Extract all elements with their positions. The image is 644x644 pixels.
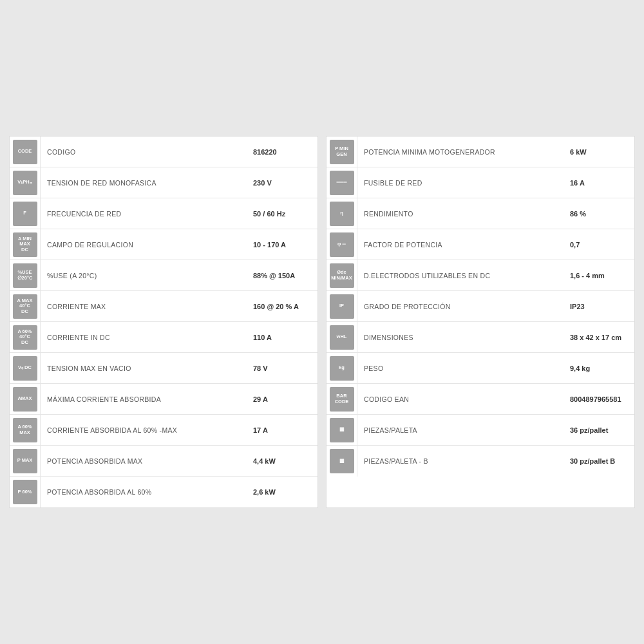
icon-box: AMAX	[13, 387, 37, 412]
icon-box: A 60% 40°C DC	[13, 325, 37, 350]
label-cell: PESO	[357, 353, 564, 383]
icon-cell: η	[327, 198, 357, 229]
value-cell: 6 kW	[564, 137, 634, 167]
value-cell: 1,6 - 4 mm	[564, 260, 634, 290]
label-cell: CODIGO	[41, 137, 247, 167]
label-cell: CAMPO DE REGULACION	[41, 229, 247, 260]
table-row: BAR CODECODIGO EAN8004897965581	[327, 384, 634, 415]
value-cell: 36 pz/pallet	[564, 415, 634, 445]
table-row: P MAXPOTENCIA ABSORBIDA MAX4,4 kW	[10, 446, 317, 477]
icon-cell: ▦	[327, 415, 357, 445]
value-cell: 0,7	[564, 229, 634, 260]
table-row: A MAX 40°C DCCORRIENTE MAX160 @ 20 % A	[10, 291, 317, 322]
icon-box: A 60% MAX	[13, 418, 37, 442]
icon-cell: A MAX 40°C DC	[10, 291, 41, 321]
table-row: ▦PIEZAS/PALETA - B30 pz/pallet B	[327, 446, 634, 477]
table-row: P MIN GENPOTENCIA MINIMA MOTOGENERADOR6 …	[327, 137, 634, 167]
icon-box: IP	[330, 294, 354, 319]
icon-box: ▦	[330, 449, 354, 473]
left-panel: CODECODIGO816220V₁PH₌TENSION DE RED MONO…	[9, 136, 318, 508]
label-cell: GRADO DE PROTECCIÓN	[357, 291, 564, 321]
icon-cell: P 60%	[10, 477, 41, 507]
icon-box: P MIN GEN	[330, 140, 354, 164]
icon-cell: F	[10, 198, 41, 229]
icon-cell: P MIN GEN	[327, 137, 357, 167]
label-cell: MÁXIMA CORRIENTE ABSORBIDA	[41, 384, 247, 414]
value-cell: 9,4 kg	[564, 353, 634, 383]
icon-box: V₀ DC	[13, 356, 37, 381]
table-row: kgPESO9,4 kg	[327, 353, 634, 384]
label-cell: FACTOR DE POTENCIA	[357, 229, 564, 260]
icon-box: A MAX 40°C DC	[13, 294, 37, 319]
icon-cell: A MIN MAX DC	[10, 229, 41, 260]
icon-cell: kg	[327, 353, 357, 383]
label-cell: PIEZAS/PALETA - B	[357, 446, 564, 477]
label-cell: CODIGO EAN	[357, 384, 564, 414]
icon-cell: %USE ∅20°C	[10, 260, 41, 290]
value-cell: 2,6 kW	[247, 477, 317, 507]
icon-cell: IP	[327, 291, 357, 321]
label-cell: %USE (A 20°C)	[41, 260, 247, 290]
label-cell: D.ELECTRODOS UTILIZABLES EN DC	[357, 260, 564, 290]
value-cell: 160 @ 20 % A	[247, 291, 317, 321]
label-cell: POTENCIA MINIMA MOTOGENERADOR	[357, 137, 564, 167]
icon-box: ═══	[330, 171, 354, 195]
label-cell: CORRIENTE MAX	[41, 291, 247, 321]
label-cell: RENDIMIENTO	[357, 198, 564, 229]
table-row: A 60% MAXCORRIENTE ABSORBIDA AL 60% -MAX…	[10, 415, 317, 446]
icon-cell: AMAX	[10, 384, 41, 414]
label-cell: TENSION DE RED MONOFASICA	[41, 167, 247, 198]
icon-cell: A 60% MAX	[10, 415, 41, 445]
value-cell: 816220	[247, 137, 317, 167]
value-cell: 110 A	[247, 322, 317, 352]
table-row: Ødc MIN/MAXD.ELECTRODOS UTILIZABLES EN D…	[327, 260, 634, 291]
icon-cell: wHL	[327, 322, 357, 352]
table-row: wHLDIMENSIONES38 x 42 x 17 cm	[327, 322, 634, 353]
icon-cell: CODE	[10, 137, 41, 167]
label-cell: PIEZAS/PALETA	[357, 415, 564, 445]
icon-box: %USE ∅20°C	[13, 263, 37, 288]
icon-cell: ▦	[327, 446, 357, 477]
label-cell: DIMENSIONES	[357, 322, 564, 352]
icon-cell: ═══	[327, 167, 357, 198]
right-panel: P MIN GENPOTENCIA MINIMA MOTOGENERADOR6 …	[326, 136, 635, 508]
table-row: A MIN MAX DCCAMPO DE REGULACION10 - 170 …	[10, 229, 317, 260]
label-cell: TENSION MAX EN VACIO	[41, 353, 247, 383]
icon-box: η	[330, 202, 354, 226]
icon-cell: Ødc MIN/MAX	[327, 260, 357, 290]
value-cell: 4,4 kW	[247, 446, 317, 476]
icon-box: A MIN MAX DC	[13, 232, 37, 257]
table-row: AMAXMÁXIMA CORRIENTE ABSORBIDA29 A	[10, 384, 317, 415]
value-cell: 38 x 42 x 17 cm	[564, 322, 634, 352]
main-container: CODECODIGO816220V₁PH₌TENSION DE RED MONO…	[0, 110, 644, 534]
value-cell: 86 %	[564, 198, 634, 229]
label-cell: POTENCIA ABSORBIDA AL 60%	[41, 477, 247, 507]
icon-cell: V₁PH₌	[10, 167, 41, 198]
table-row: V₀ DCTENSION MAX EN VACIO78 V	[10, 353, 317, 384]
label-cell: CORRIENTE ABSORBIDA AL 60% -MAX	[41, 415, 247, 445]
icon-cell: φ ═	[327, 229, 357, 260]
table-row: CODECODIGO816220	[10, 137, 317, 167]
icon-cell: BAR CODE	[327, 384, 357, 414]
table-row: φ ═FACTOR DE POTENCIA0,7	[327, 229, 634, 260]
icon-box: φ ═	[330, 232, 354, 257]
table-row: ηRENDIMIENTO86 %	[327, 198, 634, 229]
value-cell: 88% @ 150A	[247, 260, 317, 290]
icon-box: V₁PH₌	[13, 171, 37, 195]
value-cell: IP23	[564, 291, 634, 321]
icon-box: CODE	[13, 140, 37, 164]
value-cell: 29 A	[247, 384, 317, 414]
table-row: V₁PH₌TENSION DE RED MONOFASICA230 V	[10, 167, 317, 198]
value-cell: 78 V	[247, 353, 317, 383]
value-cell: 10 - 170 A	[247, 229, 317, 260]
icon-box: kg	[330, 356, 354, 381]
value-cell: 17 A	[247, 415, 317, 445]
label-cell: FUSIBLE DE RED	[357, 167, 564, 198]
table-row: %USE ∅20°C%USE (A 20°C)88% @ 150A	[10, 260, 317, 291]
table-row: ▦PIEZAS/PALETA36 pz/pallet	[327, 415, 634, 446]
table-row: ═══FUSIBLE DE RED16 A	[327, 167, 634, 198]
value-cell: 30 pz/pallet B	[564, 446, 634, 477]
icon-box: ▦	[330, 418, 354, 442]
label-cell: POTENCIA ABSORBIDA MAX	[41, 446, 247, 476]
icon-cell: A 60% 40°C DC	[10, 322, 41, 352]
